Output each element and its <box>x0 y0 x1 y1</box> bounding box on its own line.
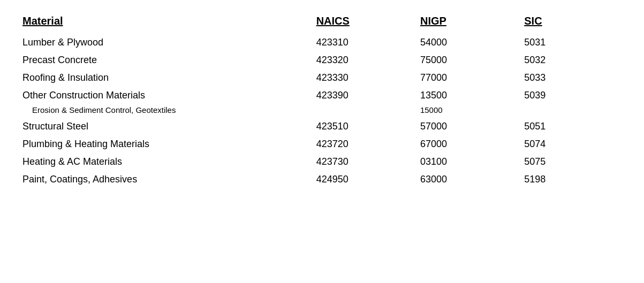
table-row: Plumbing & Heating Materials423720670005… <box>16 135 628 153</box>
header-naics: NAICS <box>310 11 414 34</box>
cell-nigp: 54000 <box>414 34 518 51</box>
cell-sic: 5033 <box>518 69 628 87</box>
cell-material: Other Construction Materials <box>16 87 310 104</box>
cell-nigp: 67000 <box>414 135 518 153</box>
header-material: Material <box>16 11 310 34</box>
cell-sic: 5031 <box>518 34 628 51</box>
cell-material: Roofing & Insulation <box>16 69 310 87</box>
table-row: Lumber & Plywood423310540005031 <box>16 34 628 51</box>
cell-sic: 5198 <box>518 171 628 188</box>
cell-nigp: 13500 <box>414 87 518 104</box>
cell-sic: 5051 <box>518 118 628 135</box>
table-row: Heating & AC Materials423730031005075 <box>16 153 628 171</box>
table-row: Roofing & Insulation423330770005033 <box>16 69 628 87</box>
cell-naics: 423310 <box>310 34 414 51</box>
table-sub-row: Erosion & Sediment Control, Geotextiles1… <box>16 104 628 118</box>
cell-material: Heating & AC Materials <box>16 153 310 171</box>
cell-nigp: 03100 <box>414 153 518 171</box>
cell-nigp: 75000 <box>414 51 518 69</box>
cell-naics: 423730 <box>310 153 414 171</box>
cell-material: Lumber & Plywood <box>16 34 310 51</box>
materials-table: Material NAICS NIGP SIC Lumber & Plywood… <box>16 11 628 188</box>
cell-sic: 5074 <box>518 135 628 153</box>
cell-nigp: 63000 <box>414 171 518 188</box>
header-sic: SIC <box>518 11 628 34</box>
cell-material: Paint, Coatings, Adhesives <box>16 171 310 188</box>
cell-sub-nigp: 15000 <box>414 104 518 118</box>
cell-sub-naics <box>310 104 414 118</box>
cell-material: Plumbing & Heating Materials <box>16 135 310 153</box>
cell-nigp: 57000 <box>414 118 518 135</box>
table-row: Other Construction Materials423390135005… <box>16 87 628 104</box>
table-row: Paint, Coatings, Adhesives42495063000519… <box>16 171 628 188</box>
cell-naics: 423720 <box>310 135 414 153</box>
cell-material: Structural Steel <box>16 118 310 135</box>
cell-naics: 423330 <box>310 69 414 87</box>
header-nigp: NIGP <box>414 11 518 34</box>
cell-sic: 5032 <box>518 51 628 69</box>
cell-naics: 423510 <box>310 118 414 135</box>
table-row: Precast Concrete423320750005032 <box>16 51 628 69</box>
cell-sic: 5075 <box>518 153 628 171</box>
cell-naics: 424950 <box>310 171 414 188</box>
cell-sic: 5039 <box>518 87 628 104</box>
table-row: Structural Steel423510570005051 <box>16 118 628 135</box>
cell-naics: 423320 <box>310 51 414 69</box>
cell-nigp: 77000 <box>414 69 518 87</box>
cell-sub-sic <box>518 104 628 118</box>
cell-material: Precast Concrete <box>16 51 310 69</box>
cell-sub-material: Erosion & Sediment Control, Geotextiles <box>16 104 310 118</box>
cell-naics: 423390 <box>310 87 414 104</box>
